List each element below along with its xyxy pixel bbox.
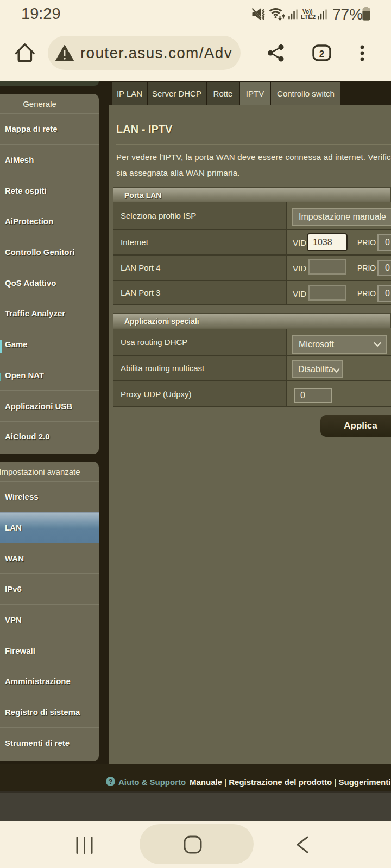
- svg-text:2: 2: [319, 49, 324, 59]
- svg-text:LTE2: LTE2: [301, 14, 316, 20]
